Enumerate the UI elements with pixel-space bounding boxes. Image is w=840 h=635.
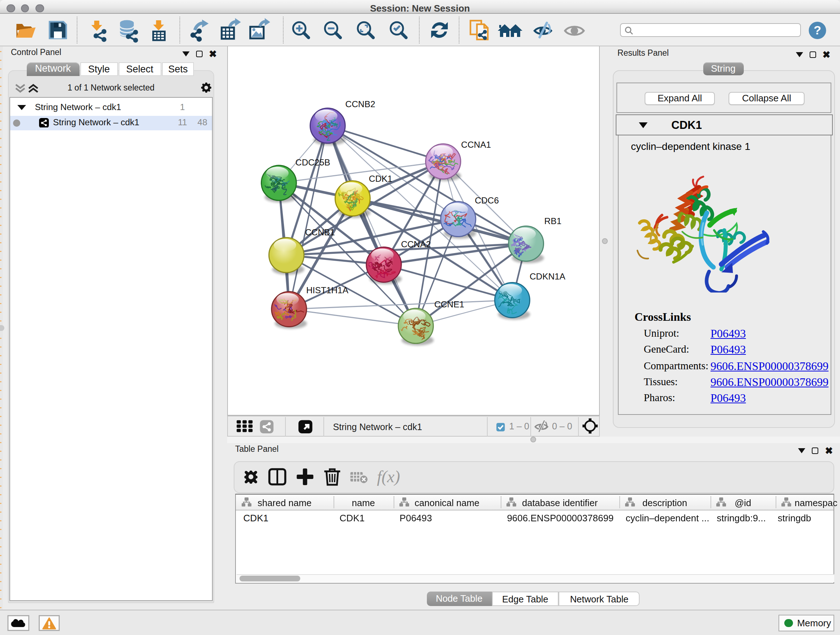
svg-text:CDC25B: CDC25B bbox=[295, 157, 330, 167]
svg-text:CDKN1A: CDKN1A bbox=[529, 272, 565, 281]
svg-text:CDK1: CDK1 bbox=[369, 174, 392, 184]
svg-text:HIST1H1A: HIST1H1A bbox=[306, 285, 348, 295]
svg-text:RB1: RB1 bbox=[544, 216, 561, 226]
svg-text:CDC6: CDC6 bbox=[475, 195, 499, 205]
svg-text:0 – 0: 0 – 0 bbox=[552, 421, 572, 431]
svg-text:CCNA2: CCNA2 bbox=[401, 239, 431, 249]
svg-text:CCNA1: CCNA1 bbox=[461, 140, 491, 149]
svg-text:CCNB1: CCNB1 bbox=[305, 227, 335, 237]
svg-text:CCNB2: CCNB2 bbox=[345, 99, 375, 109]
svg-text:?: ? bbox=[813, 23, 821, 37]
svg-text:f(x): f(x) bbox=[377, 467, 400, 486]
svg-text:1 – 0: 1 – 0 bbox=[509, 421, 529, 431]
svg-text:CCNE1: CCNE1 bbox=[434, 299, 464, 309]
